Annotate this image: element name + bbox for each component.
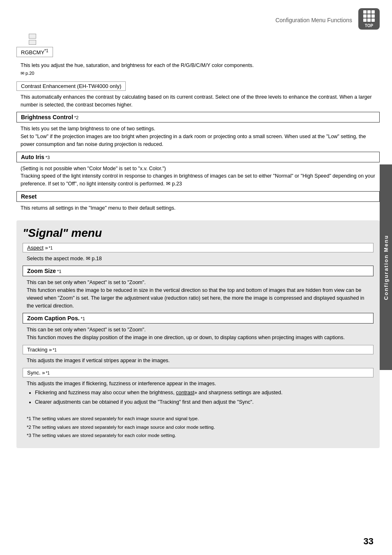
aspect-header: Aspect » *1 — [23, 243, 374, 252]
sync-bullets: Flickering and fuzziness may also occur … — [27, 389, 369, 406]
rgbcmy-section: RGBCMY*1 — [16, 34, 380, 60]
contrast-enhancement-description: This automatically enhances the contrast… — [16, 93, 380, 109]
header-title: Configuration Menu Functions — [275, 17, 352, 23]
zoom-caption-header: Zoom Caption Pos. *1 — [23, 313, 374, 324]
page-header: Configuration Menu Functions TOP — [12, 8, 384, 30]
rgbcmy-label: RGBCMY*1 — [16, 47, 53, 57]
content-area: RGBCMY*1 This lets you adjust the hue, s… — [12, 34, 384, 448]
color-squares — [29, 34, 36, 45]
auto-iris-description: (Setting is not possible when "Color Mod… — [16, 165, 380, 188]
configuration-menu-sidebar: Configuration Menu — [380, 164, 392, 370]
brightness-control-description: This lets you set the lamp brightness to… — [16, 125, 380, 148]
page: Configuration Menu Functions TOP RG — [0, 0, 392, 555]
zoom-caption-description: This can be set only when "Aspect" is se… — [23, 326, 374, 342]
top-icon-grid — [363, 10, 375, 22]
contrast-enhancement-label: Contrast Enhancement (EH-TW4000 only) — [16, 81, 126, 91]
aspect-description: Selects the aspect mode. ✉ p.18 — [23, 255, 374, 263]
footnote-1: *1 The setting values are stored separat… — [27, 414, 374, 423]
sync-bullet-2: Clearer adjustments can be obtained if y… — [35, 398, 369, 406]
footnote-3: *3 The setting values are stored separat… — [27, 431, 374, 440]
signal-menu-section: "Signal" menu Aspect » *1 Selects the as… — [16, 220, 380, 448]
sidebar-label: Configuration Menu — [383, 235, 389, 300]
zoom-size-header: Zoom Size *1 — [23, 266, 374, 276]
tracking-header: Tracking » *1 — [23, 345, 374, 354]
zoom-size-description: This can be set only when "Aspect" is se… — [23, 279, 374, 310]
sync-description: This adjusts the images if flickering, f… — [23, 380, 374, 406]
reset-description: This returns all settings in the "Image"… — [16, 204, 380, 212]
sync-header: Sync. » *1 — [23, 368, 374, 377]
auto-iris-header: Auto Iris *3 — [16, 152, 380, 162]
tracking-description: This adjusts the images if vertical stri… — [23, 357, 374, 365]
footnote-2: *2 The setting values are stored separat… — [27, 423, 374, 432]
top-label: TOP — [365, 23, 373, 28]
signal-menu-title: "Signal" menu — [23, 227, 374, 240]
reset-header: Reset — [16, 191, 380, 202]
sync-bullet-1: Flickering and fuzziness may also occur … — [35, 389, 369, 397]
top-icon[interactable]: TOP — [358, 8, 380, 30]
footnotes: *1 The setting values are stored separat… — [23, 414, 374, 440]
page-number: 33 — [364, 536, 374, 547]
rgbcmy-description: This lets you adjust the hue, saturation… — [16, 62, 380, 77]
brightness-control-header: Brightness Control *2 — [16, 112, 380, 123]
